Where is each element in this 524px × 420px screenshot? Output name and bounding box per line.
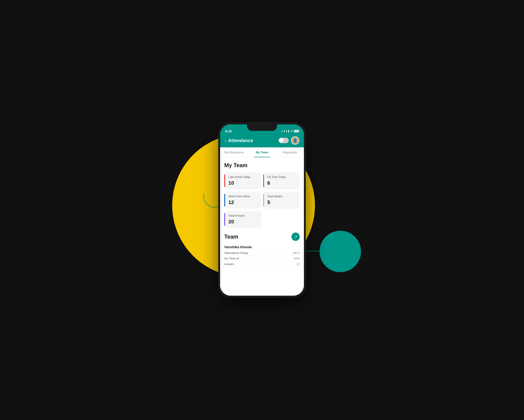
- status-time: 8:15: [225, 129, 232, 133]
- team-section-title: Team: [224, 234, 238, 240]
- header-right: 👤: [279, 136, 299, 145]
- total-present-card[interactable]: Total Present 20: [224, 211, 261, 228]
- on-time-label: On Time Today: [267, 175, 297, 179]
- main-content: My Team Late Arrival Today 10 On Time To…: [220, 158, 304, 296]
- toggle-knob: [279, 138, 284, 143]
- team-link-button[interactable]: ↗: [291, 233, 300, 241]
- tab-regularise[interactable]: Regularise: [276, 147, 304, 157]
- status-icons: ⊜: [282, 129, 299, 133]
- on-time-percent-value: 20%: [294, 257, 300, 260]
- wifi-icon: ⊜: [290, 129, 293, 133]
- member-on-time-row: On Time % 20%: [224, 256, 300, 261]
- tab-my-attendance[interactable]: My Attendance: [220, 147, 248, 157]
- tab-my-team[interactable]: My Team: [248, 147, 276, 157]
- team-header: Team ↗: [224, 233, 300, 241]
- teal-circle-decoration: [320, 231, 361, 272]
- team-member: Vanshika Khosla Attendance Policy WFO On…: [224, 244, 300, 268]
- on-time-value: 6: [267, 180, 297, 186]
- on-time-percent-label: On Time %: [224, 257, 239, 260]
- header-title: Attendance: [228, 138, 253, 143]
- total-present-value: 20: [228, 219, 258, 225]
- attendance-policy-value: WFO: [293, 251, 300, 255]
- total-absent-card[interactable]: Total Absent 5: [263, 192, 300, 209]
- work-from-home-value: 12: [228, 199, 258, 205]
- member-leaves-row: Leaves 12: [224, 261, 300, 267]
- total-absent-value: 5: [267, 199, 297, 205]
- dashed-line-decoration: [301, 251, 338, 252]
- header-left: ‹ Attendance: [225, 138, 253, 143]
- scene: 8:15 ⊜: [158, 106, 366, 314]
- my-team-title: My Team: [224, 162, 300, 168]
- phone-device: 8:15 ⊜: [218, 122, 306, 298]
- phone-screen: 8:15 ⊜: [220, 124, 304, 296]
- total-present-label: Total Present: [228, 214, 258, 217]
- late-arrival-label: Late Arrival Today: [228, 175, 258, 179]
- on-time-card[interactable]: On Time Today 6: [263, 172, 300, 189]
- toggle-switch[interactable]: [279, 138, 289, 143]
- member-attendance-policy-row: Attendance Policy WFO: [224, 250, 300, 256]
- app-header: ‹ Attendance 👤: [220, 134, 304, 147]
- work-from-home-label: Work From Home: [228, 195, 258, 198]
- team-section: Team ↗ Vanshika Khosla Attendance Policy…: [224, 233, 300, 268]
- tab-bar: My Attendance My Team Regularise: [220, 147, 304, 158]
- late-arrival-card[interactable]: Late Arrival Today 10: [224, 172, 261, 189]
- leaves-label: Leaves: [224, 262, 234, 266]
- total-absent-label: Total Absent: [267, 195, 297, 198]
- battery-icon: [294, 130, 299, 132]
- phone-notch: [247, 124, 277, 131]
- phone-outer-shell: 8:15 ⊜: [218, 122, 306, 298]
- leaves-value: 12: [297, 262, 300, 266]
- back-button[interactable]: ‹: [225, 138, 226, 143]
- late-arrival-value: 10: [228, 180, 258, 186]
- member-name: Vanshika Khosla: [224, 245, 300, 249]
- signal-icon: [282, 129, 289, 133]
- work-from-home-card[interactable]: Work From Home 12: [224, 192, 261, 209]
- stats-grid: Late Arrival Today 10 On Time Today 6 Wo…: [224, 172, 300, 209]
- attendance-policy-label: Attendance Policy: [224, 251, 248, 255]
- avatar[interactable]: 👤: [291, 136, 299, 145]
